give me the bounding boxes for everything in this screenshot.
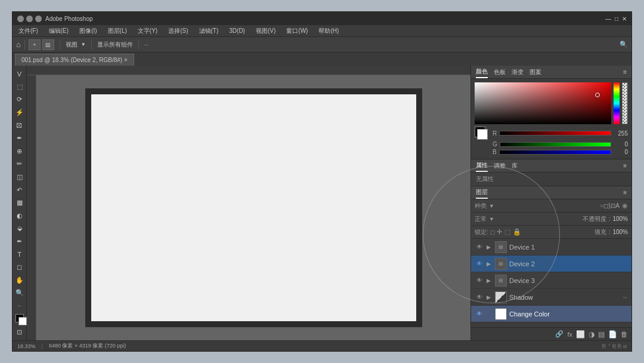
tool-brush[interactable]: ✏ bbox=[14, 158, 26, 170]
layer-device-1[interactable]: 👁 ▶ ▤ Device 1 bbox=[471, 239, 631, 256]
visibility-eye-1[interactable]: 👁 bbox=[475, 242, 484, 252]
menu-image[interactable]: 图像(I) bbox=[77, 26, 99, 36]
file-tab[interactable]: 001.psd @ 18.3% (Device 2, RGB/8#) × bbox=[15, 54, 134, 66]
view-dropdown-icon[interactable]: ▼ bbox=[81, 42, 86, 47]
filter-dropdown[interactable]: ▼ bbox=[489, 203, 494, 209]
tool-lasso[interactable]: ⟳ bbox=[14, 94, 26, 106]
tool-pen[interactable]: ✒ bbox=[14, 236, 26, 248]
expand-arrow-3[interactable]: ▶ bbox=[487, 278, 493, 284]
open-file-btn[interactable]: ▤ bbox=[42, 39, 54, 50]
group-btn[interactable]: ▤ bbox=[598, 330, 605, 339]
home-icon[interactable]: ⌂ bbox=[16, 40, 21, 49]
view-label[interactable]: 视图 bbox=[66, 41, 78, 49]
color-tab[interactable]: 颜色 bbox=[476, 66, 488, 78]
tool-stamp[interactable]: ◫ bbox=[14, 171, 26, 183]
minimize-btn[interactable] bbox=[17, 16, 24, 22]
delete-layer-btn[interactable]: 🗑 bbox=[621, 330, 628, 339]
maximize-btn[interactable] bbox=[26, 16, 33, 22]
tool-magic[interactable]: ⚡ bbox=[14, 107, 26, 119]
menu-file[interactable]: 文件(F) bbox=[16, 26, 41, 36]
tool-dodge[interactable]: ⬙ bbox=[14, 223, 26, 235]
color-gradient-container[interactable] bbox=[475, 82, 611, 124]
right-panel: 颜色 色板 渐变 图案 ≡ bbox=[470, 66, 631, 340]
tool-heal[interactable]: ⊕ bbox=[14, 146, 26, 158]
menu-filter[interactable]: 滤镜(T) bbox=[197, 26, 221, 36]
visibility-eye-2[interactable]: 👁 bbox=[475, 259, 484, 269]
opacity-value[interactable]: 100% bbox=[612, 216, 628, 222]
tool-history[interactable]: ↶ bbox=[14, 184, 26, 196]
swatches-tab[interactable]: 色板 bbox=[494, 67, 506, 78]
close-btn[interactable] bbox=[35, 16, 42, 22]
panel-menu-icon[interactable]: ≡ bbox=[623, 69, 627, 75]
b-slider[interactable] bbox=[499, 150, 611, 155]
tool-crop[interactable]: ⛝ bbox=[14, 119, 26, 131]
r-slider[interactable] bbox=[499, 131, 611, 136]
visibility-eye-3[interactable]: 👁 bbox=[475, 276, 484, 285]
lock-pos[interactable]: ✛ bbox=[497, 228, 502, 236]
menu-window[interactable]: 窗口(W) bbox=[284, 26, 310, 36]
visibility-eye-4[interactable]: 👁 bbox=[475, 293, 484, 302]
menu-edit[interactable]: 编辑(E) bbox=[47, 26, 71, 36]
new-layer-btn[interactable]: 📄 bbox=[608, 330, 617, 339]
tool-blur[interactable]: ◐ bbox=[14, 210, 26, 222]
pattern-tab[interactable]: 图案 bbox=[530, 67, 541, 78]
adjustment-btn[interactable]: ◑ bbox=[589, 330, 595, 339]
opacity-slider[interactable] bbox=[622, 82, 628, 124]
tool-quick-mask[interactable]: ⊡ bbox=[14, 326, 26, 338]
tool-shape[interactable]: ◻ bbox=[14, 262, 26, 273]
layers-menu-icon[interactable]: ≡ bbox=[623, 189, 627, 196]
lock-icons[interactable]: □ bbox=[491, 229, 495, 236]
menu-layer[interactable]: 图层(L) bbox=[106, 26, 129, 36]
layer-change-color[interactable]: 👁 Change Color bbox=[471, 306, 631, 322]
expand-arrow-4[interactable]: ▶ bbox=[487, 294, 493, 300]
fill-value[interactable]: 100% bbox=[612, 229, 628, 235]
minimize-icon[interactable]: — bbox=[605, 16, 611, 22]
tool-gradient[interactable]: ▦ bbox=[14, 197, 26, 209]
search-icon[interactable]: 🔍 bbox=[620, 41, 628, 48]
layer-style-btn[interactable]: fx bbox=[567, 331, 572, 338]
fg-bg-colors[interactable] bbox=[16, 314, 24, 322]
layer-device-3[interactable]: 👁 ▶ ▤ Device 3 bbox=[471, 272, 631, 289]
lock-pixel[interactable]: ⬚ bbox=[504, 228, 510, 236]
g-slider[interactable] bbox=[500, 142, 611, 147]
libraries-tab[interactable]: 库 bbox=[512, 161, 518, 171]
lock-all[interactable]: 🔒 bbox=[513, 228, 521, 236]
expand-arrow-1[interactable]: ▶ bbox=[487, 244, 493, 250]
toolbar-dots[interactable]: ··· bbox=[144, 42, 149, 48]
tool-extras[interactable]: ··· bbox=[14, 300, 26, 312]
tool-eyedrop[interactable]: ✒ bbox=[14, 133, 26, 144]
restore-icon[interactable]: □ bbox=[615, 16, 618, 22]
tool-select[interactable]: ⬚ bbox=[14, 81, 26, 93]
tool-text[interactable]: T bbox=[14, 248, 26, 260]
menu-select[interactable]: 选择(S) bbox=[166, 26, 190, 36]
visibility-eye-5[interactable]: 👁 bbox=[475, 309, 484, 319]
mask-btn[interactable]: ⬜ bbox=[576, 330, 585, 339]
props-menu-icon[interactable]: ≡ bbox=[623, 162, 627, 169]
hue-slider[interactable] bbox=[614, 82, 620, 124]
tool-move[interactable]: V bbox=[14, 68, 26, 80]
tool-hand[interactable]: ✋ bbox=[14, 275, 26, 287]
menu-3d[interactable]: 3D(D) bbox=[227, 26, 247, 35]
close-icon[interactable]: ✕ bbox=[622, 16, 627, 22]
gradient-tab[interactable]: 渐变 bbox=[512, 67, 524, 78]
expand-arrow-2[interactable]: ▶ bbox=[487, 261, 493, 267]
menu-help[interactable]: 帮助(H) bbox=[316, 26, 341, 36]
menu-type[interactable]: 文字(Y) bbox=[135, 26, 160, 36]
show-components-label[interactable]: 显示所有组件 bbox=[97, 41, 133, 49]
canvas-viewport[interactable] bbox=[36, 75, 470, 340]
canvas[interactable] bbox=[91, 94, 416, 321]
layer-device-2[interactable]: 👁 ▶ ▤ Device 2 bbox=[471, 256, 631, 272]
link-layers-btn[interactable]: 🔗 bbox=[555, 330, 564, 338]
tool-zoom[interactable]: 🔍 bbox=[14, 287, 26, 299]
layer-shadow[interactable]: 👁 ▶ Shadow ↔ bbox=[471, 289, 631, 306]
tab-label: 001.psd @ 18.3% (Device 2, RGB/8#) × bbox=[21, 57, 128, 63]
menu-view[interactable]: 视图(V) bbox=[253, 26, 278, 36]
blend-dropdown[interactable]: ▼ bbox=[489, 216, 494, 222]
fg-color-box[interactable] bbox=[475, 127, 488, 140]
filter-toggle[interactable]: ◉ bbox=[622, 202, 628, 210]
adjustments-tab[interactable]: 调整 bbox=[494, 161, 506, 171]
layer-thumb-4 bbox=[495, 291, 507, 303]
properties-tab[interactable]: 属性 bbox=[476, 160, 488, 172]
layers-tab[interactable]: 图层 bbox=[476, 187, 488, 199]
new-file-btn[interactable]: + bbox=[29, 39, 41, 50]
